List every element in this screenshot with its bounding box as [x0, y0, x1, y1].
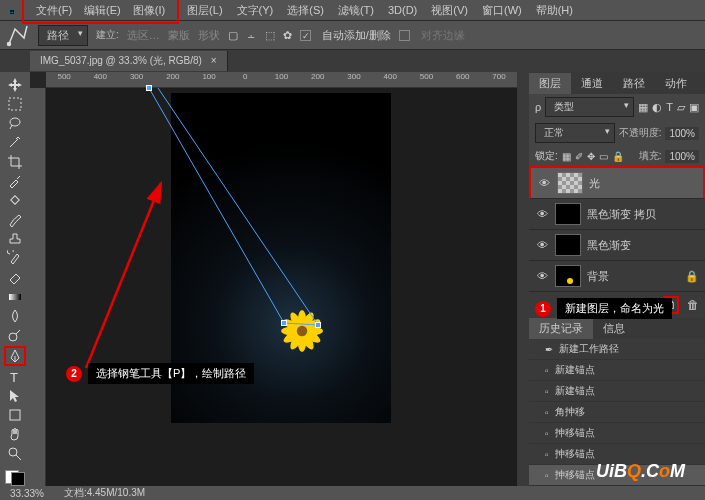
tab-layers[interactable]: 图层 [529, 73, 571, 94]
wand-tool[interactable] [4, 134, 26, 151]
history-item[interactable]: ▫角抻移 [529, 402, 705, 423]
path-ops-icon[interactable]: ▢ [228, 29, 238, 42]
stamp-tool[interactable] [4, 230, 26, 247]
callout-1: 1 新建图层，命名为光 [529, 292, 678, 325]
blur-tool[interactable] [4, 307, 26, 324]
svg-point-2 [7, 42, 12, 47]
lock-pixel-icon[interactable]: ✐ [575, 151, 583, 162]
path-arrange-icon[interactable]: ⬚ [265, 29, 275, 42]
menu-edit[interactable]: 编辑(E) [78, 1, 127, 20]
zoom-level[interactable]: 33.33% [10, 488, 44, 499]
menu-filter[interactable]: 滤镜(T) [332, 1, 380, 20]
menu-help[interactable]: 帮助(H) [530, 1, 579, 20]
opacity-label: 不透明度: [619, 126, 662, 140]
visibility-toggle[interactable]: 👁 [537, 177, 551, 189]
filter-kind-dropdown[interactable]: 类型 [545, 97, 634, 117]
anchor-point[interactable] [146, 85, 152, 91]
tab-channels[interactable]: 通道 [571, 73, 613, 94]
lock-indicator-icon: 🔒 [685, 270, 699, 283]
anchor-point[interactable] [315, 322, 321, 328]
brush-tool[interactable] [4, 211, 26, 228]
path-align-icon[interactable]: ⫠ [246, 29, 257, 41]
document-tab[interactable]: IMG_5037.jpg @ 33.3% (光, RGB/8) × [30, 51, 228, 71]
history-item[interactable]: ▫新建锚点 [529, 381, 705, 402]
marquee-tool[interactable] [4, 95, 26, 112]
menu-image[interactable]: 图像(I) [127, 1, 171, 20]
history-brush-tool[interactable] [4, 250, 26, 267]
layer-row[interactable]: 👁 黑色渐变 拷贝 [529, 199, 705, 230]
canvas-area[interactable]: 5004003002001000100200300400500600700 [30, 72, 517, 486]
fill-value[interactable]: 100% [665, 150, 699, 163]
menu-window[interactable]: 窗口(W) [476, 1, 528, 20]
move-tool[interactable] [4, 76, 26, 93]
svg-text:T: T [10, 370, 18, 385]
filter-adj-icon[interactable]: ◐ [652, 101, 662, 114]
delete-layer-icon[interactable]: 🗑 [687, 298, 699, 312]
make-selection-button[interactable]: 选区… [127, 28, 160, 43]
filter-type-icon[interactable]: T [666, 101, 673, 113]
lock-icon[interactable]: 🔒 [612, 151, 624, 162]
pen-tool[interactable] [4, 346, 26, 366]
anchor-point[interactable] [281, 320, 287, 326]
filter-shape-icon[interactable]: ▱ [677, 101, 685, 114]
lasso-tool[interactable] [4, 115, 26, 132]
visibility-toggle[interactable]: 👁 [535, 270, 549, 282]
auto-add-delete-label: 自动添加/删除 [322, 28, 391, 43]
filter-kind-icon[interactable]: ρ [535, 101, 541, 113]
menu-select[interactable]: 选择(S) [281, 1, 330, 20]
eraser-tool[interactable] [4, 269, 26, 286]
type-tool[interactable]: T [4, 368, 26, 385]
callout-2: 2 选择钢笔工具【P】，绘制路径 [66, 363, 254, 384]
eyedropper-tool[interactable] [4, 172, 26, 189]
watermark: UiBQ.CoM [596, 461, 685, 482]
opacity-value[interactable]: 100% [665, 127, 699, 140]
hand-tool[interactable] [4, 426, 26, 443]
make-shape-button[interactable]: 形状 [198, 28, 220, 43]
svg-point-4 [10, 118, 20, 126]
align-edges-checkbox[interactable] [399, 30, 410, 41]
tab-paths[interactable]: 路径 [613, 73, 655, 94]
menu-file[interactable]: 文件(F) [30, 1, 78, 20]
callout-badge-1: 1 [535, 301, 551, 317]
menu-view[interactable]: 视图(V) [425, 1, 474, 20]
visibility-toggle[interactable]: 👁 [535, 239, 549, 251]
layer-name: 黑色渐变 [587, 238, 631, 253]
pen-mode-dropdown[interactable]: 路径 [38, 25, 88, 46]
lock-artboard-icon[interactable]: ▭ [599, 151, 608, 162]
history-item[interactable]: ✒新建工作路径 [529, 339, 705, 360]
blend-mode-dropdown[interactable]: 正常 [535, 123, 615, 143]
gear-icon[interactable]: ✿ [283, 29, 292, 42]
menu-3d[interactable]: 3D(D) [382, 2, 423, 18]
crop-tool[interactable] [4, 153, 26, 170]
tab-actions[interactable]: 动作 [655, 73, 697, 94]
layer-row-guang[interactable]: 👁 光 [529, 166, 705, 199]
layer-name: 光 [589, 176, 600, 191]
layer-row[interactable]: 👁 黑色渐变 [529, 230, 705, 261]
shape-tool[interactable] [4, 407, 26, 424]
layer-row[interactable]: 👁 背景 🔒 [529, 261, 705, 292]
auto-add-delete-checkbox[interactable] [300, 30, 311, 41]
lock-label: 锁定: [535, 149, 558, 163]
filter-pixel-icon[interactable]: ▦ [638, 101, 648, 114]
make-mask-button[interactable]: 蒙版 [168, 28, 190, 43]
history-item[interactable]: ▫新建锚点 [529, 360, 705, 381]
layer-thumb [557, 172, 583, 194]
menu-layer[interactable]: 图层(L) [181, 1, 228, 20]
lock-all-icon[interactable]: ▦ [562, 151, 571, 162]
layer-name: 背景 [587, 269, 609, 284]
close-tab-icon[interactable]: × [211, 55, 217, 66]
filter-smart-icon[interactable]: ▣ [689, 101, 699, 114]
lock-pos-icon[interactable]: ✥ [587, 151, 595, 162]
svg-rect-6 [9, 294, 21, 300]
callout-badge-2: 2 [66, 366, 82, 382]
heal-tool[interactable] [4, 192, 26, 209]
menu-type[interactable]: 文字(Y) [231, 1, 280, 20]
gradient-tool[interactable] [4, 288, 26, 305]
visibility-toggle[interactable]: 👁 [535, 208, 549, 220]
zoom-tool[interactable] [4, 445, 26, 462]
dodge-tool[interactable] [4, 327, 26, 344]
history-item[interactable]: ▫抻移锚点 [529, 423, 705, 444]
layer-name: 黑色渐变 拷贝 [587, 207, 656, 222]
color-swatches[interactable] [5, 470, 25, 486]
path-select-tool[interactable] [4, 387, 26, 404]
